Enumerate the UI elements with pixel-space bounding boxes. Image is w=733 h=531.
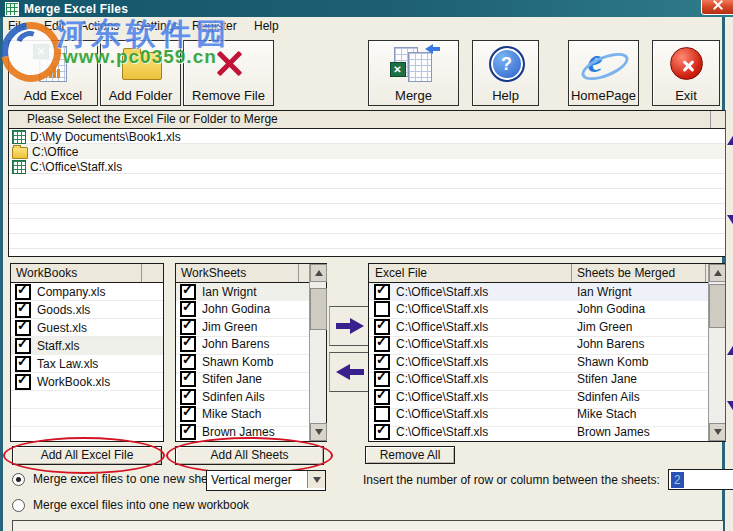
merge-direction-dropdown[interactable]: Vertical merger: [206, 470, 326, 491]
merge-button[interactable]: ✕ Merge: [368, 40, 459, 106]
window-title: Merge Excel Files: [24, 2, 128, 16]
move-left-button[interactable]: [329, 352, 371, 392]
worksheet-row[interactable]: Jim Green: [176, 318, 310, 336]
workbooks-list: Company.xls Goods.xls Guest.xls Staff.xl…: [11, 283, 163, 441]
remove-all-button[interactable]: Remove All: [365, 446, 455, 464]
list-item[interactable]: D:\My Documents\Book1.xls: [9, 129, 725, 144]
menu-file[interactable]: File: [8, 17, 27, 35]
workbook-row[interactable]: Tax Law.xls: [11, 355, 163, 373]
folder-icon: [113, 44, 169, 84]
scroll-down-icon[interactable]: [310, 423, 327, 441]
checkbox[interactable]: [374, 389, 390, 405]
list-item[interactable]: C:\Office\Staff.xls: [9, 159, 725, 174]
remove-file-button[interactable]: Remove File: [183, 40, 274, 106]
menu-help[interactable]: Help: [254, 17, 279, 35]
table-row[interactable]: C:\Office\Staff.xlsShawn Komb: [369, 353, 709, 371]
worksheets-scrollbar[interactable]: [309, 264, 326, 441]
table-row[interactable]: C:\Office\Staff.xlsStifen Jane: [369, 371, 709, 389]
menu-edit[interactable]: Edit: [44, 17, 65, 35]
help-button[interactable]: ? Help: [472, 40, 539, 106]
checkbox[interactable]: [15, 302, 31, 318]
table-row[interactable]: C:\Office\Staff.xlsMike Stach: [369, 406, 709, 424]
column-sheets-merged[interactable]: Sheets be Merged: [577, 264, 675, 282]
merge-table-scrollbar[interactable]: [708, 264, 725, 441]
checkbox[interactable]: [180, 301, 196, 317]
table-row[interactable]: C:\Office\Staff.xlsIan Wrignt: [369, 283, 709, 301]
checkbox[interactable]: [15, 320, 31, 336]
checkbox[interactable]: [374, 406, 390, 422]
checkbox[interactable]: [180, 354, 196, 370]
checkbox[interactable]: [374, 319, 390, 335]
merge-to-one-workbook-option[interactable]: Merge excel files into one new workbook: [12, 498, 249, 512]
checkbox[interactable]: [180, 336, 196, 352]
add-all-sheets-button[interactable]: Add All Sheets: [175, 446, 324, 465]
scroll-up-icon[interactable]: [310, 264, 327, 282]
checkbox[interactable]: [15, 374, 31, 390]
homepage-button[interactable]: e HomePage: [568, 40, 639, 106]
exit-button[interactable]: Exit: [652, 40, 720, 106]
checkbox[interactable]: [180, 319, 196, 335]
worksheets-list: Ian Wrignt John Godina Jim Green John Ba…: [176, 283, 310, 441]
worksheet-row[interactable]: Stifen Jane: [176, 371, 310, 389]
merge-table-header[interactable]: Excel File Sheets be Merged: [369, 264, 725, 283]
red-x-icon: [201, 44, 257, 84]
workbook-row[interactable]: Guest.xls: [11, 319, 163, 337]
checkbox[interactable]: [374, 371, 390, 387]
add-folder-button[interactable]: Add Folder: [100, 40, 181, 106]
table-row[interactable]: C:\Office\Staff.xlsJohn Barens: [369, 336, 709, 354]
checkbox[interactable]: [180, 424, 196, 440]
menu-actions[interactable]: Actions: [80, 17, 119, 35]
column-excel-file[interactable]: Excel File: [375, 264, 427, 282]
window-titlebar: Merge Excel Files: [0, 0, 733, 17]
insert-number-input[interactable]: 2: [668, 469, 733, 490]
checkbox[interactable]: [374, 301, 390, 317]
checkbox[interactable]: [180, 406, 196, 422]
checkbox[interactable]: [15, 338, 31, 354]
menu-bar: File Edit Actions Settings Register Help: [4, 17, 724, 35]
table-row[interactable]: C:\Office\Staff.xlsJim Green: [369, 318, 709, 336]
worksheet-row[interactable]: John Barens: [176, 336, 310, 354]
checkbox[interactable]: [374, 284, 390, 300]
file-list-header[interactable]: Please Select the Excel File or Folder t…: [9, 111, 725, 129]
workbook-row[interactable]: Company.xls: [11, 283, 163, 301]
worksheet-row[interactable]: Brown James: [176, 423, 310, 441]
table-row[interactable]: C:\Office\Staff.xlsJohn Godina: [369, 301, 709, 319]
workbook-row[interactable]: WorkBook.xls: [11, 373, 163, 391]
checkbox[interactable]: [180, 284, 196, 300]
close-button[interactable]: [701, 0, 733, 15]
table-row[interactable]: C:\Office\Staff.xlsSdinfen Ails: [369, 388, 709, 406]
worksheet-row[interactable]: Shawn Komb: [176, 353, 310, 371]
checkbox[interactable]: [15, 284, 31, 300]
list-item[interactable]: C:\Office: [9, 144, 725, 159]
scroll-down-icon[interactable]: [709, 423, 726, 441]
workbook-row[interactable]: Goods.xls: [11, 301, 163, 319]
workbooks-header[interactable]: WorkBooks: [11, 264, 163, 283]
scrollbar-thumb[interactable]: [709, 284, 726, 328]
checkbox[interactable]: [374, 336, 390, 352]
scrollbar-thumb[interactable]: [310, 288, 327, 330]
radio-unselected-icon[interactable]: [12, 499, 25, 512]
worksheet-row[interactable]: Mike Stach: [176, 406, 310, 424]
arrow-right-icon: [336, 318, 364, 334]
menu-settings[interactable]: Settings: [136, 17, 179, 35]
checkbox[interactable]: [374, 424, 390, 440]
checkbox[interactable]: [15, 356, 31, 372]
chevron-down-icon[interactable]: [307, 471, 325, 488]
add-excel-button[interactable]: ✕ Add Excel: [8, 40, 98, 106]
add-all-excel-button[interactable]: Add All Excel File: [12, 446, 162, 465]
worksheets-header[interactable]: WorkSheets: [176, 264, 326, 283]
checkbox[interactable]: [180, 371, 196, 387]
worksheet-row[interactable]: Ian Wrignt: [176, 283, 310, 301]
checkbox[interactable]: [374, 354, 390, 370]
workbook-row[interactable]: Staff.xls: [11, 337, 163, 355]
move-right-button[interactable]: [329, 306, 371, 346]
right-edge-divider: [725, 110, 726, 440]
table-row[interactable]: C:\Office\Staff.xlsBrown James: [369, 423, 709, 441]
worksheet-row[interactable]: John Godina: [176, 301, 310, 319]
menu-register[interactable]: Register: [192, 17, 237, 35]
merge-to-one-sheet-option[interactable]: Merge excel files to one new sheet: [12, 472, 218, 486]
checkbox[interactable]: [180, 389, 196, 405]
worksheet-row[interactable]: Sdinfen Ails: [176, 388, 310, 406]
scroll-up-icon[interactable]: [709, 264, 726, 282]
radio-selected-icon[interactable]: [12, 473, 25, 486]
